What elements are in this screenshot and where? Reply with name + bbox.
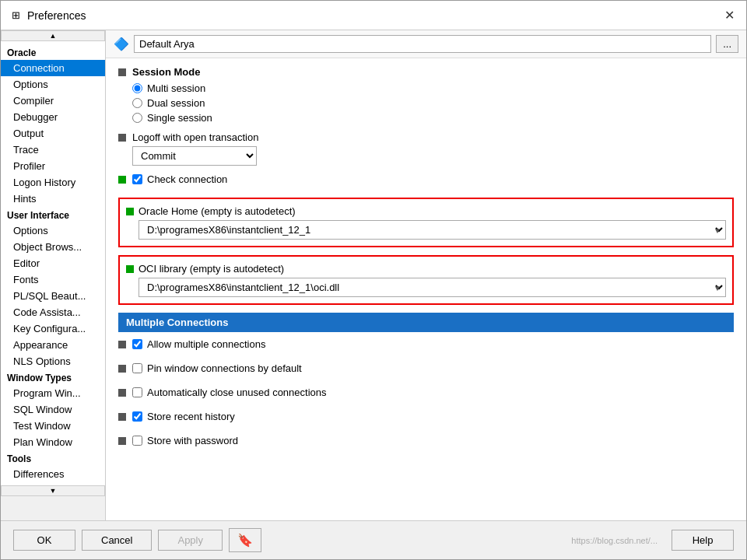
mc-allow-row: Allow multiple connections	[118, 338, 734, 355]
bookmark-button[interactable]: 🔖	[229, 528, 261, 552]
sidebar-item-differences[interactable]: Differences	[1, 466, 105, 482]
radio-dual-session[interactable]: Dual session	[132, 97, 212, 109]
sidebar-item-connection[interactable]: Connection	[1, 60, 105, 76]
oci-library-label: OCI library (empty is autodetect)	[139, 263, 726, 275]
mc-pin-marker	[118, 365, 126, 373]
check-connection-row[interactable]: Check connection	[132, 173, 227, 185]
preferences-dialog: ⊞ Preferences ✕ ▲ Oracle Connection Opti…	[0, 0, 747, 560]
close-button[interactable]: ✕	[720, 6, 738, 25]
sidebar-item-debugger[interactable]: Debugger	[1, 109, 105, 125]
title-bar: ⊞ Preferences ✕	[1, 1, 746, 30]
mc-store-password-label: Store with password	[147, 435, 238, 446]
oracle-home-box: Oracle Home (empty is autodetect) D:\pro…	[118, 198, 734, 247]
sidebar-item-appearance[interactable]: Appearance	[1, 337, 105, 353]
oci-library-marker	[126, 265, 134, 273]
radio-dual-session-label: Dual session	[147, 97, 205, 109]
apply-button[interactable]: Apply	[158, 530, 223, 551]
radio-single-session[interactable]: Single session	[132, 112, 212, 124]
content-area: ▲ Oracle Connection Options Compiler Deb…	[1, 30, 746, 520]
sidebar-item-fonts[interactable]: Fonts	[1, 271, 105, 288]
profile-select[interactable]: Default Arya	[134, 35, 711, 53]
session-mode-radio-group: Multi session Dual session Single sessio…	[132, 82, 212, 124]
mc-allow-label: Allow multiple connections	[147, 338, 265, 350]
cancel-button[interactable]: Cancel	[82, 530, 152, 551]
sidebar-item-plsql-beautifier[interactable]: PL/SQL Beaut...	[1, 288, 105, 304]
mc-store-history-checkbox[interactable]	[132, 411, 142, 422]
oracle-home-inner: Oracle Home (empty is autodetect) D:\pro…	[126, 205, 726, 240]
mc-pin-label-row[interactable]: Pin window connections by default	[132, 362, 302, 374]
mc-store-password-checkbox[interactable]	[132, 436, 142, 446]
check-connection-marker	[118, 176, 126, 184]
sidebar-item-program-window[interactable]: Program Win...	[1, 385, 105, 401]
sidebar-item-profiler[interactable]: Profiler	[1, 158, 105, 174]
sidebar-item-editor[interactable]: Editor	[1, 255, 105, 271]
sidebar-scroll-down[interactable]: ▼	[1, 485, 105, 496]
radio-single-session-label: Single session	[147, 112, 212, 124]
help-button[interactable]: Help	[672, 530, 734, 551]
oci-library-content: OCI library (empty is autodetect) D:\pro…	[139, 263, 726, 297]
sidebar-item-options-oracle[interactable]: Options	[1, 76, 105, 93]
mc-auto-close-marker	[118, 389, 126, 397]
oci-library-inner: OCI library (empty is autodetect) D:\pro…	[126, 263, 726, 297]
settings-content: Session Mode Multi session Dual session	[106, 58, 746, 520]
sidebar-item-sql-window[interactable]: SQL Window	[1, 401, 105, 418]
sidebar-item-plan-window[interactable]: Plan Window	[1, 434, 105, 450]
mc-auto-close-checkbox[interactable]	[132, 387, 142, 397]
oci-library-select[interactable]: D:\programesX86\instantclient_12_1\oci.d…	[139, 278, 726, 297]
mc-store-history-label-row[interactable]: Store recent history	[132, 411, 235, 422]
radio-multi-session[interactable]: Multi session	[132, 82, 212, 94]
mc-pin-label: Pin window connections by default	[147, 362, 302, 374]
radio-dual-session-input[interactable]	[132, 98, 142, 108]
sidebar-item-compiler[interactable]: Compiler	[1, 93, 105, 109]
mc-store-password-label-row[interactable]: Store with password	[132, 435, 238, 446]
check-connection-checkbox[interactable]	[132, 174, 142, 184]
app-icon: ⊞	[9, 9, 23, 23]
sidebar-group-ui: User Interface	[1, 207, 105, 222]
footer: OK Cancel Apply 🔖 https://blog.csdn.net/…	[1, 520, 746, 559]
sidebar-item-trace[interactable]: Trace	[1, 142, 105, 158]
sidebar-group-window-types: Window Types	[1, 369, 105, 385]
sidebar-item-test-window[interactable]: Test Window	[1, 418, 105, 434]
logoff-section: Logoff with open transaction CommitRollb…	[118, 131, 734, 166]
oracle-home-select-wrap: D:\programesX86\instantclient_12_1	[139, 220, 726, 240]
mc-store-history-row: Store recent history	[118, 411, 734, 427]
profile-more-button[interactable]: ...	[716, 35, 738, 53]
multiple-connections-header: Multiple Connections	[118, 313, 734, 332]
check-connection-section: Check connection	[118, 173, 734, 190]
mc-auto-close-row: Automatically close unused connections	[118, 387, 734, 403]
mc-pin-checkbox[interactable]	[132, 363, 142, 373]
session-mode-label: Session Mode	[132, 66, 212, 78]
mc-allow-label-row[interactable]: Allow multiple connections	[132, 338, 265, 350]
oci-library-select-wrap: D:\programesX86\instantclient_12_1\oci.d…	[139, 278, 726, 297]
sidebar-item-hints[interactable]: Hints	[1, 191, 105, 207]
mc-allow-checkbox[interactable]	[132, 339, 142, 349]
sidebar-item-code-assistant[interactable]: Code Assista...	[1, 304, 105, 320]
logoff-label: Logoff with open transaction	[132, 131, 258, 143]
logoff-marker	[118, 134, 126, 142]
mc-auto-close-label-row[interactable]: Automatically close unused connections	[132, 387, 327, 398]
sidebar-item-options-ui[interactable]: Options	[1, 222, 105, 239]
main-panel: 🔷 Default Arya ... Session Mode Multi se…	[106, 30, 746, 520]
sidebar-item-logon-history[interactable]: Logon History	[1, 174, 105, 191]
oci-library-box: OCI library (empty is autodetect) D:\pro…	[118, 255, 734, 305]
radio-multi-session-input[interactable]	[132, 83, 142, 93]
sidebar-group-tools: Tools	[1, 450, 105, 466]
watermark-text: https://blog.csdn.net/...	[571, 536, 658, 545]
sidebar-item-key-configuration[interactable]: Key Configura...	[1, 320, 105, 337]
sidebar-group-oracle: Oracle	[1, 44, 105, 60]
profile-bar: 🔷 Default Arya ...	[106, 30, 746, 58]
sidebar-scroll-up[interactable]: ▲	[1, 30, 105, 41]
sidebar-item-nls-options[interactable]: NLS Options	[1, 353, 105, 369]
ok-button[interactable]: OK	[13, 530, 75, 551]
oracle-home-select[interactable]: D:\programesX86\instantclient_12_1	[139, 220, 726, 240]
session-mode-content: Session Mode Multi session Dual session	[132, 66, 212, 124]
mc-store-history-marker	[118, 413, 126, 421]
radio-single-session-input[interactable]	[132, 113, 142, 123]
logoff-select[interactable]: CommitRollbackAsk	[132, 146, 257, 166]
sidebar-item-object-browser[interactable]: Object Brows...	[1, 239, 105, 255]
mc-pin-row: Pin window connections by default	[118, 362, 734, 379]
sidebar-item-output[interactable]: Output	[1, 125, 105, 142]
dialog-title: Preferences	[27, 9, 720, 22]
mc-store-password-row: Store with password	[118, 435, 734, 451]
logoff-content: Logoff with open transaction CommitRollb…	[132, 131, 258, 166]
